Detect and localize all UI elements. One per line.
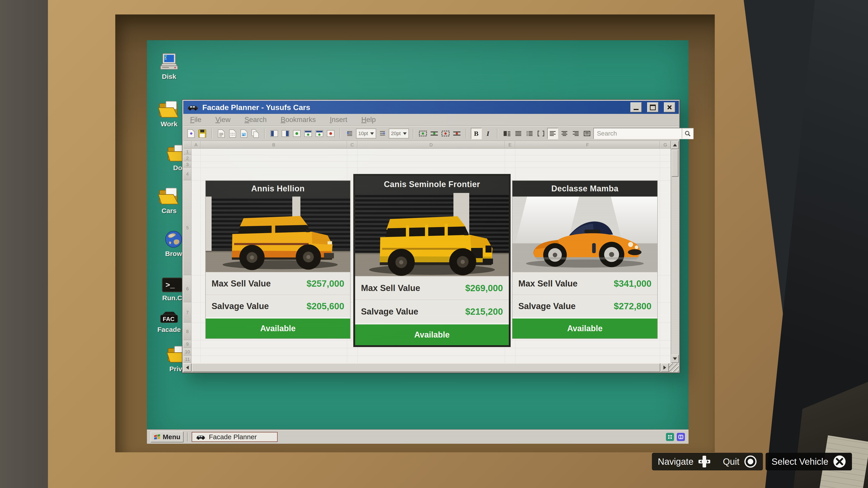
row-header[interactable]: 2 [183, 155, 191, 161]
delete-column-icon[interactable] [452, 128, 462, 139]
column-header[interactable]: B [200, 141, 347, 149]
vertical-scroll-thumb[interactable] [672, 150, 678, 177]
block-list-icon[interactable] [502, 128, 512, 139]
window-add-icon[interactable] [314, 128, 324, 139]
menu-item-file[interactable]: File [190, 116, 202, 124]
row-header[interactable]: 3 [183, 161, 191, 168]
desktop-icon-label: Work [155, 120, 183, 128]
align-center-icon[interactable] [559, 128, 569, 139]
bold-button[interactable]: B [471, 128, 482, 139]
availability-button[interactable]: Available [206, 319, 350, 338]
line-spacing-small-icon [345, 128, 355, 139]
availability-button[interactable]: Available [513, 319, 657, 338]
desktop-icon-disk[interactable]: Disk [155, 52, 183, 80]
menu-item-bookmarks[interactable]: Bookmarks [281, 116, 316, 124]
toolbar-separator [340, 129, 341, 138]
facade-planner-window: Facade Planner - Yusufs Cars File View S… [182, 99, 680, 373]
taskbar-task-facade-planner[interactable]: Facade Planner [192, 432, 278, 442]
align-left-icon[interactable] [547, 128, 558, 139]
vehicle-illustration [206, 197, 350, 272]
row-header[interactable]: 1 [183, 149, 191, 155]
toolbar-separator [466, 129, 467, 138]
tray-display-icon[interactable] [677, 433, 685, 441]
column-header[interactable]: E [505, 141, 515, 149]
column-header[interactable]: F [515, 141, 660, 149]
vertical-scrollbar[interactable] [671, 141, 679, 363]
text-document-icon[interactable] [216, 128, 226, 139]
numbered-list-icon[interactable] [525, 128, 535, 139]
horizontal-scrollbar[interactable] [183, 363, 679, 372]
maximize-button[interactable] [647, 102, 658, 112]
max-sell-value: $341,000 [614, 279, 651, 289]
menu-item-help[interactable]: Help [361, 116, 376, 124]
row-header[interactable]: 4 [183, 168, 191, 180]
menu-item-search[interactable]: Search [245, 116, 267, 124]
new-document-icon[interactable] [186, 128, 196, 139]
start-menu-button[interactable]: Menu [151, 431, 184, 442]
window-open-icon[interactable] [303, 128, 313, 139]
font-size-small-select[interactable]: 10pt [356, 129, 376, 138]
availability-button[interactable]: Available [355, 324, 509, 345]
window-title: Facade Planner - Yusufs Cars [202, 103, 625, 112]
column-header[interactable]: D [358, 141, 505, 149]
horizontal-scroll-thumb[interactable] [192, 363, 660, 372]
row-header[interactable]: 11 [183, 356, 191, 363]
toolbar-separator [211, 129, 212, 138]
menu-label: Menu [163, 433, 180, 441]
font-size-large-select[interactable]: 20pt [389, 129, 409, 138]
draft-document-icon[interactable] [228, 128, 238, 139]
title-bar[interactable]: Facade Planner - Yusufs Cars [183, 101, 679, 114]
spreadsheet[interactable]: 1234567891011 Annis Hellion [183, 149, 671, 363]
image-document-icon[interactable] [239, 128, 249, 139]
brackets-icon[interactable] [536, 128, 546, 139]
italic-button[interactable]: I [483, 128, 493, 139]
menu-bar: File View Search Bookmarks Insert Help [183, 114, 679, 126]
salvage-value: $215,200 [465, 306, 503, 317]
row-header[interactable]: 8 [183, 323, 191, 340]
resize-grip[interactable] [669, 363, 679, 372]
panel-right-icon[interactable] [281, 128, 290, 139]
desktop-icon-cars[interactable]: Cars [155, 186, 183, 215]
close-button[interactable] [664, 102, 675, 112]
salvage-row: Salvage Value $272,800 [513, 295, 657, 317]
vehicle-card-canis-seminole-frontier[interactable]: Canis Seminole Frontier [353, 174, 510, 347]
salvage-row: Salvage Value $215,200 [355, 300, 509, 323]
save-icon[interactable] [197, 128, 207, 139]
search-input[interactable] [594, 130, 682, 137]
vehicle-card-annis-hellion[interactable]: Annis Hellion [205, 180, 350, 339]
scroll-down-button[interactable] [671, 355, 679, 363]
minimize-button[interactable] [630, 102, 642, 112]
justify-icon[interactable] [582, 128, 592, 139]
insert-column-icon[interactable] [429, 128, 439, 139]
search-button[interactable] [682, 128, 693, 139]
window-new-icon[interactable] [292, 128, 302, 139]
insert-row-icon[interactable] [418, 128, 428, 139]
list-icon[interactable] [513, 128, 523, 139]
chevron-down-icon [370, 132, 374, 135]
delete-row-icon[interactable] [440, 128, 451, 139]
desktop-icon-work[interactable]: Work [155, 99, 183, 128]
window-close-icon[interactable] [326, 128, 336, 139]
column-header[interactable]: G [660, 141, 671, 149]
copy-icon[interactable] [250, 128, 260, 139]
tray-status-icon[interactable] [666, 433, 674, 441]
vehicle-card-declasse-mamba[interactable]: Declasse Mamba [512, 180, 658, 339]
row-header[interactable]: 7 [183, 302, 191, 323]
menu-item-view[interactable]: View [215, 116, 230, 124]
corner-cell[interactable] [183, 141, 191, 149]
column-header[interactable]: C [347, 141, 358, 149]
panel-left-icon[interactable] [269, 128, 279, 139]
row-header[interactable]: 6 [183, 275, 191, 302]
column-header[interactable]: A [191, 141, 200, 149]
toolbar-separator [497, 129, 498, 138]
scroll-left-button[interactable] [183, 363, 191, 372]
row-header[interactable]: 9 [183, 340, 191, 348]
desktop-icon-facade[interactable]: Facade [155, 304, 183, 333]
align-right-icon[interactable] [571, 128, 581, 139]
row-header[interactable]: 10 [183, 348, 191, 356]
row-header[interactable]: 5 [183, 180, 191, 275]
triangle-down-icon [673, 357, 677, 360]
menu-item-insert[interactable]: Insert [330, 116, 347, 124]
scroll-right-button[interactable] [661, 363, 669, 372]
scroll-up-button[interactable] [671, 141, 679, 149]
